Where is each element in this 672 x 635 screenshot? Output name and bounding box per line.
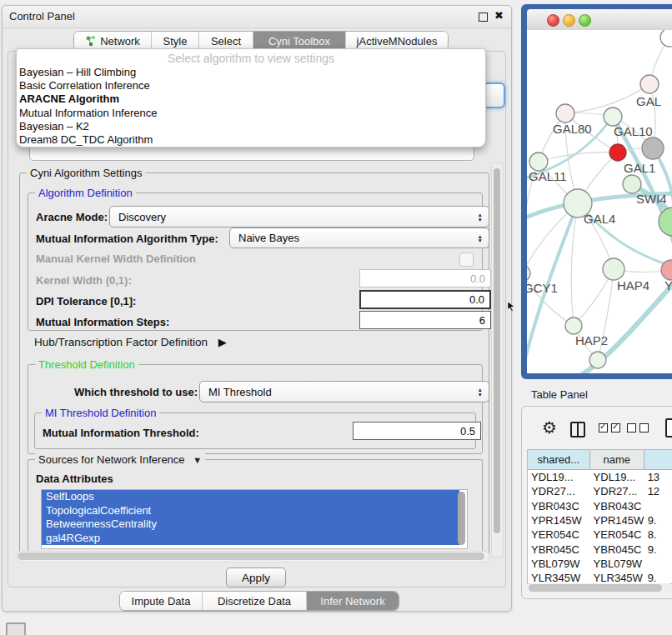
- column-header-name[interactable]: name: [590, 450, 644, 469]
- table-cell: YBR045C: [590, 543, 644, 556]
- node-label: HAP4: [617, 278, 649, 292]
- table-panel-title: Table Panel: [531, 388, 588, 401]
- network-node-node-bottom[interactable]: [589, 352, 606, 368]
- tab-style[interactable]: Style: [152, 32, 199, 50]
- node-label: GAL4: [584, 212, 615, 226]
- table-row[interactable]: YLR345WYLR345W9.: [528, 571, 672, 584]
- list-scrollbar-thumb[interactable]: [458, 492, 465, 545]
- mi-type-select[interactable]: Naive Bayes ▲▼: [229, 228, 489, 248]
- settings-horizontal-scrollbar[interactable]: [16, 551, 489, 562]
- mouse-cursor: [507, 302, 515, 312]
- data-attributes-list[interactable]: SelfLoopsTopologicalCoefficientBetweenne…: [41, 489, 468, 549]
- table-row[interactable]: YDR27...YDR27...12: [528, 484, 672, 498]
- attribute-item-selected[interactable]: gal4RGexp: [42, 532, 459, 546]
- sources-title: Sources for Network Inference: [38, 453, 185, 466]
- tab-discretize-data[interactable]: Discretize Data: [203, 592, 307, 610]
- attribute-item-selected[interactable]: SelfLoops: [42, 490, 459, 504]
- mi-steps-field[interactable]: 6: [359, 311, 491, 329]
- split-columns-icon[interactable]: [570, 422, 585, 438]
- restore-icon[interactable]: [479, 12, 488, 22]
- tab-infer-network[interactable]: Infer Network: [307, 592, 399, 610]
- table-cell: YDR27...: [590, 485, 644, 498]
- group-title: Cyni Algorithm Settings: [27, 167, 145, 179]
- export-table-icon[interactable]: [665, 418, 672, 438]
- close-traffic-light-icon[interactable]: [547, 14, 559, 27]
- column-header-partial[interactable]: [644, 450, 672, 469]
- close-icon[interactable]: ✖: [494, 9, 504, 22]
- algorithm-option[interactable]: Mutual Information Inference: [17, 107, 485, 120]
- table-cell: 8.: [644, 528, 672, 541]
- network-node-gray-node[interactable]: [642, 138, 664, 159]
- gear-icon[interactable]: ⚙: [542, 418, 557, 438]
- collapse-arrow-icon[interactable]: ▼: [193, 455, 202, 465]
- table-row[interactable]: YER054CYER054C8.: [528, 528, 672, 542]
- group-title: Algorithm Definition: [35, 187, 136, 199]
- manual-kernel-checkbox[interactable]: [459, 252, 474, 267]
- network-node-gcy1[interactable]: [527, 265, 530, 282]
- table-row[interactable]: YBR045CYBR045C9.: [528, 542, 672, 556]
- mi-threshold-field[interactable]: 0.5: [353, 422, 481, 440]
- zoom-traffic-light-icon[interactable]: [579, 14, 591, 27]
- settings-vertical-scrollbar[interactable]: [491, 162, 504, 558]
- deselect-all-columns-icon[interactable]: [627, 423, 649, 432]
- network-node-gal10[interactable]: [604, 108, 622, 126]
- expand-arrow-icon[interactable]: ▶: [218, 336, 227, 348]
- node-label: GAL1: [624, 161, 655, 175]
- unchecked-box-icon: [639, 423, 649, 432]
- table-row[interactable]: YPR145WYPR145W9.: [528, 513, 672, 528]
- minimize-traffic-light-icon[interactable]: [563, 14, 575, 27]
- tab-jactivemnodules[interactable]: jActiveMNodules: [346, 32, 448, 50]
- hub-section-toggle[interactable]: Hub/Transcription Factor Definition ▶: [34, 336, 227, 348]
- table-cell: YBR043C: [528, 500, 590, 512]
- selected-value: MI Threshold: [208, 386, 272, 398]
- algorithm-option[interactable]: Bayesian – K2: [17, 120, 485, 133]
- network-edge[interactable]: [539, 152, 618, 162]
- attribute-item-selected[interactable]: TopologicalCoefficient: [42, 504, 459, 518]
- apply-button[interactable]: Apply: [226, 568, 286, 588]
- network-edge-thick[interactable]: [573, 280, 672, 373]
- tab-label: Style: [163, 35, 188, 48]
- algorithm-option[interactable]: Basic Correlation Inference: [17, 79, 485, 92]
- table-row[interactable]: YBL079WYBL079W: [528, 557, 672, 571]
- network-node-gal11[interactable]: [529, 152, 548, 171]
- tab-impute-data[interactable]: Impute Data: [120, 592, 203, 610]
- select-all-columns-icon[interactable]: [599, 423, 620, 432]
- dropdown-prompt: Select algorithm to view settings: [17, 52, 485, 66]
- table-row[interactable]: YBR043CYBR043C: [528, 499, 672, 513]
- scrollbar-thumb[interactable]: [18, 552, 484, 560]
- node-label: Y: [664, 278, 672, 292]
- table-row[interactable]: YDL19...YDL19...13: [528, 470, 672, 484]
- attribute-item-selected[interactable]: BetweennessCentrality: [42, 518, 459, 532]
- network-node-node-top[interactable]: [660, 30, 672, 47]
- network-node-hap2[interactable]: [565, 318, 582, 334]
- tab-label: Select: [211, 35, 241, 48]
- scrollbar-thumb[interactable]: [529, 584, 662, 592]
- network-node-hap4[interactable]: [603, 258, 624, 280]
- dpi-tolerance-field[interactable]: 0.0: [359, 290, 491, 309]
- algorithm-option[interactable]: Dream8 DC_TDC Algorithm: [17, 133, 485, 147]
- network-canvas[interactable]: GALGAL80GAL10GAL1GAL11SWI4GAL4GCY1HAP4YH…: [527, 30, 672, 373]
- minimized-panel-icon[interactable]: [6, 622, 26, 635]
- control-panel-titlebar[interactable]: Control Panel ✖: [3, 6, 511, 28]
- tab-label: jActiveMNodules: [357, 35, 438, 48]
- algorithm-option[interactable]: Bayesian – Hill Climbing: [17, 66, 485, 79]
- aracne-mode-select[interactable]: Discovery ▲▼: [109, 206, 489, 228]
- network-view-titlebar[interactable]: [527, 9, 672, 31]
- algorithm-option[interactable]: ARACNE Algorithm: [17, 92, 485, 106]
- table-cell: YBR043C: [590, 500, 644, 512]
- algorithm-combobox-spinner[interactable]: [483, 82, 505, 108]
- aracne-mode-label: Aracne Mode:: [36, 211, 108, 223]
- table-cell: YBL079W: [528, 558, 590, 570]
- table-horizontal-scrollbar[interactable]: [527, 583, 672, 592]
- network-node-gal-pink[interactable]: [640, 75, 659, 93]
- tab-select[interactable]: Select: [199, 32, 253, 50]
- scrollbar-thumb[interactable]: [494, 168, 500, 533]
- network-node-gal1[interactable]: [609, 144, 626, 161]
- kernel-width-field[interactable]: 0.0: [359, 269, 491, 288]
- network-node-gal80[interactable]: [556, 104, 574, 122]
- which-threshold-select[interactable]: MI Threshold ▲▼: [199, 381, 489, 402]
- column-header-shared-name[interactable]: shared...: [528, 450, 590, 469]
- network-node-swi4[interactable]: [623, 175, 641, 193]
- tab-cyni-toolbox[interactable]: Cyni Toolbox: [253, 32, 346, 50]
- tab-network[interactable]: Network: [74, 32, 152, 50]
